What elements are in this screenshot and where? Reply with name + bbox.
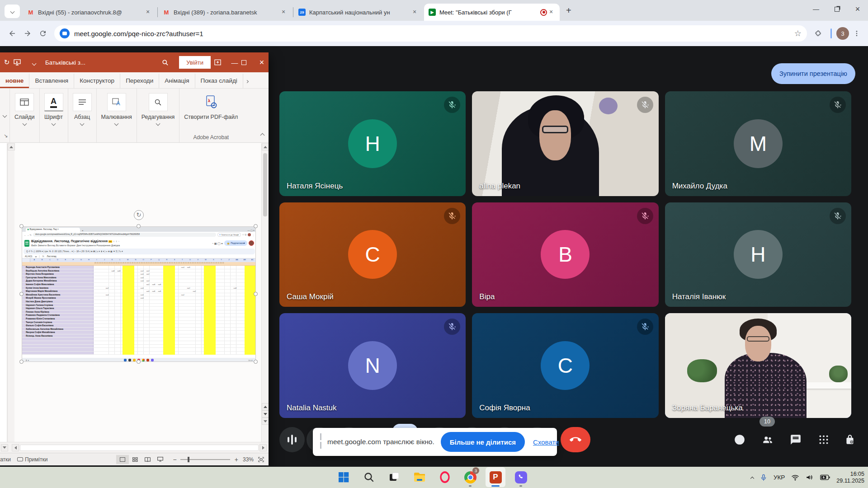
- participant-tile[interactable]: В Віра: [472, 202, 658, 307]
- close-icon[interactable]: ×: [547, 8, 555, 16]
- maximize-icon[interactable]: [241, 60, 255, 65]
- resize-handle-se[interactable]: [254, 360, 258, 364]
- ribbon-group-drawing[interactable]: А Малювання: [97, 89, 137, 142]
- people-button[interactable]: [757, 429, 778, 450]
- search-icon[interactable]: [162, 59, 175, 66]
- forward-icon[interactable]: [20, 26, 35, 41]
- close-icon[interactable]: ×: [410, 8, 419, 16]
- close-icon[interactable]: ×: [255, 58, 269, 67]
- stop-presenting-button[interactable]: Зупинити презентацію: [771, 63, 855, 84]
- ribbon-group-font[interactable]: А Шрифт: [40, 89, 68, 142]
- leave-call-button[interactable]: [561, 427, 590, 452]
- ribbon-tab-design[interactable]: Конструктор: [74, 74, 120, 88]
- participant-tile[interactable]: N Natalia Nastuk: [279, 313, 466, 418]
- opera-button[interactable]: [435, 467, 455, 487]
- comments-button[interactable]: Примітки: [17, 456, 47, 463]
- tab-sharing-icon[interactable]: [60, 28, 70, 38]
- browser-tab-2[interactable]: M Вхідні (389) - zoriana.baranetsk ×: [158, 4, 292, 21]
- zoom-slider[interactable]: [180, 459, 230, 460]
- window-minimize-button[interactable]: —: [806, 2, 826, 16]
- back-icon[interactable]: [5, 26, 20, 41]
- audio-level-button[interactable]: [279, 427, 305, 452]
- participant-tile[interactable]: С Софія Яворна: [472, 313, 658, 418]
- ribbon-tab-insert[interactable]: Вставлення: [29, 74, 74, 88]
- sign-in-button[interactable]: Увійти: [179, 56, 211, 69]
- previous-slide-button[interactable]: [262, 403, 269, 410]
- zoom-level[interactable]: 33%: [243, 456, 254, 463]
- volume-icon[interactable]: [806, 474, 814, 481]
- participant-tile[interactable]: С Саша Мокрій: [279, 202, 466, 307]
- slideshow-icon[interactable]: [14, 59, 27, 66]
- resize-handle-ne[interactable]: [254, 224, 258, 228]
- collapse-ribbon-icon[interactable]: [261, 131, 264, 139]
- participant-tile[interactable]: Н Наталя Ясінець: [279, 91, 466, 196]
- resize-handle-s[interactable]: [137, 360, 141, 364]
- participant-tile-active-speaker[interactable]: Зоряна Баранецька: [665, 313, 851, 418]
- browser-tab-3[interactable]: 29 Карпатський національний ун ×: [294, 4, 423, 21]
- viber-button[interactable]: [511, 467, 531, 487]
- file-explorer-button[interactable]: [410, 467, 429, 487]
- left-scrollbar[interactable]: [7, 143, 14, 442]
- activities-button[interactable]: [813, 429, 835, 450]
- right-scrollbar[interactable]: [261, 143, 269, 442]
- scroll-left-icon[interactable]: [12, 444, 19, 451]
- scrollbar-thumb[interactable]: [263, 153, 267, 216]
- omnibox[interactable]: meet.google.com/pqe-nico-zrc?authuser=1 …: [54, 25, 807, 42]
- undo-redo-icon[interactable]: ↻: [0, 58, 14, 66]
- browser-menu-icon[interactable]: [849, 26, 864, 41]
- hide-notification-link[interactable]: Сховати: [533, 438, 559, 446]
- slideshow-view-button[interactable]: [154, 455, 167, 464]
- ribbon-tab-transitions[interactable]: Переходи: [120, 74, 159, 88]
- fit-slide-button[interactable]: [258, 457, 264, 462]
- close-icon[interactable]: ×: [279, 8, 288, 16]
- zoom-out-button[interactable]: −: [173, 456, 177, 463]
- zoom-in-button[interactable]: +: [235, 456, 238, 463]
- stop-sharing-button[interactable]: Більше не ділитися: [441, 432, 525, 452]
- ribbon-group-editing[interactable]: Редагування: [137, 89, 180, 142]
- ribbon-tab-slideshow[interactable]: Показ слайді: [195, 74, 243, 88]
- quick-access-chevron-icon[interactable]: [27, 59, 41, 66]
- powerpoint-button[interactable]: P: [486, 467, 505, 487]
- next-slide-button[interactable]: [262, 410, 269, 418]
- tab-search-button[interactable]: [5, 5, 20, 18]
- meeting-info-button[interactable]: [729, 429, 750, 450]
- extensions-icon[interactable]: [811, 26, 826, 41]
- taskbar-search-button[interactable]: [359, 467, 379, 487]
- tray-expand-icon[interactable]: [751, 474, 754, 482]
- profile-avatar[interactable]: 3: [836, 27, 849, 40]
- ribbon-tab-home[interactable]: новне: [0, 74, 29, 88]
- minimize-icon[interactable]: —: [228, 59, 241, 66]
- new-tab-button[interactable]: +: [566, 5, 571, 16]
- ribbon-group-acrobat[interactable]: λ Створити PDF-файл Adobe Acrobat: [179, 89, 242, 142]
- url-text[interactable]: meet.google.com/pqe-nico-zrc?authuser=1: [74, 30, 794, 38]
- resize-handle-w[interactable]: [19, 292, 24, 296]
- rotate-handle[interactable]: ↻: [134, 210, 144, 220]
- chrome-button[interactable]: 3: [460, 467, 480, 487]
- tray-microphone-icon[interactable]: [760, 474, 767, 482]
- ribbon-tabs-overflow-icon[interactable]: [244, 73, 250, 88]
- close-icon[interactable]: ×: [144, 8, 152, 16]
- bookmark-star-icon[interactable]: ☆: [794, 28, 802, 38]
- host-controls-button[interactable]: [839, 429, 861, 450]
- reading-view-button[interactable]: [142, 455, 154, 464]
- scroll-down-button[interactable]: [262, 418, 269, 425]
- dialog-launcher-icon[interactable]: ↘: [4, 133, 8, 139]
- task-view-button[interactable]: [384, 467, 404, 487]
- pause-sharing-icon[interactable]: [320, 433, 323, 450]
- taskbar-clock[interactable]: 16:05 29.11.2025: [836, 471, 864, 484]
- notes-button[interactable]: Нотатки: [0, 456, 11, 463]
- battery-icon[interactable]: [820, 474, 830, 480]
- resize-handle-sw[interactable]: [19, 360, 24, 364]
- normal-view-button[interactable]: [116, 455, 129, 464]
- participant-tile[interactable]: М Михайло Дудка: [665, 91, 851, 196]
- slide-image-spreadsheet[interactable]: ▣ Відвідування. Листопад. Пед ×+ — ▢ × ←…: [22, 226, 256, 362]
- resize-handle-n[interactable]: [137, 224, 141, 228]
- ribbon-group-paragraph[interactable]: Абзац: [68, 89, 97, 142]
- reload-icon[interactable]: [35, 26, 51, 41]
- scroll-right-icon[interactable]: [259, 444, 267, 451]
- participant-tile[interactable]: Н Наталія Іванюк: [665, 202, 851, 307]
- browser-tab-4-active[interactable]: ▶ Meet: "Батьківські збори (Г ×: [424, 4, 560, 21]
- ribbon-display-icon[interactable]: [214, 59, 228, 66]
- horizontal-scrollbar[interactable]: [0, 442, 269, 453]
- ribbon-tab-animations[interactable]: Анімація: [159, 74, 195, 88]
